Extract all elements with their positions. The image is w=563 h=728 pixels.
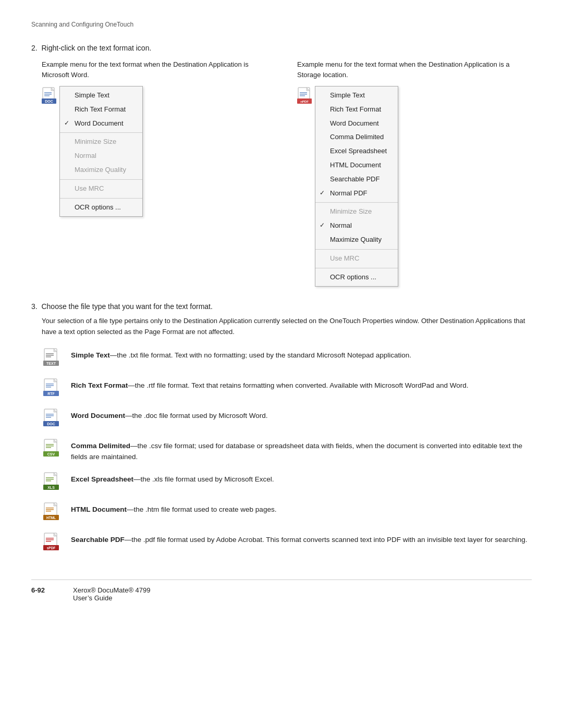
format-title-spdf: Searchable PDF (71, 536, 125, 544)
header-text: Scanning and Configuring OneTouch (31, 21, 133, 28)
svg-rect-39 (46, 447, 51, 448)
svg-rect-30 (46, 414, 54, 415)
menu-item-word-doc[interactable]: Word Document (60, 117, 142, 131)
svg-rect-58 (46, 538, 54, 539)
menu-item-normal[interactable]: Normal (60, 149, 142, 163)
format-item-doc: DOC Word Document—the .doc file format u… (42, 409, 532, 429)
menu-item-rich-text[interactable]: Rich Text Format (60, 103, 142, 117)
col1-desc: Example menu for the text format when th… (42, 59, 276, 80)
two-column-layout: Example menu for the text format when th… (42, 59, 532, 287)
page-header: Scanning and Configuring OneTouch (31, 21, 532, 28)
format-text-html: HTML Document—the .htm file format used … (71, 502, 276, 515)
format-title-simple: Simple Text (71, 351, 110, 359)
step2-section: 2. Right-click on the text format icon. … (31, 44, 532, 287)
svg-text:XLS: XLS (47, 486, 55, 489)
format-icon-wrap-doc: DOC (42, 409, 64, 429)
col2-menu-item-excel[interactable]: Excel Spreadsheet (315, 144, 398, 158)
spdf-file-icon: sPDF (43, 533, 62, 553)
col1-menu-container: DOC Simple Text Rich Text Format Word Do… (42, 86, 276, 217)
col2-doc-icon: nPDF (297, 87, 314, 107)
svg-text:CSV: CSV (47, 452, 55, 456)
svg-rect-10 (300, 94, 307, 95)
col2-menu-sep-1 (315, 202, 398, 203)
col2-menu-item-normal-pdf[interactable]: Normal PDF (315, 187, 398, 201)
col2-context-menu: Simple Text Rich Text Format Word Docume… (315, 86, 398, 287)
svg-rect-16 (46, 353, 54, 354)
svg-rect-2 (44, 92, 52, 93)
col2-menu-item-use-mrc[interactable]: Use MRC (315, 252, 398, 266)
svg-rect-17 (46, 355, 54, 356)
svg-rect-25 (46, 387, 51, 388)
step2-label: 2. Right-click on the text format icon. (31, 44, 532, 52)
col1-icon-area: DOC (42, 87, 58, 107)
svg-rect-18 (46, 356, 51, 357)
text-file-icon: TEXT (43, 348, 62, 369)
format-text-spdf: Searchable PDF—the .pdf file format used… (71, 533, 527, 546)
svg-rect-4 (44, 95, 50, 96)
format-title-xls: Excel Spreadsheet (71, 475, 133, 483)
col2-menu-container: nPDF Simple Text Rich Text Format Word D… (297, 86, 532, 287)
format-icon-wrap-html: HTML (42, 502, 64, 523)
svg-rect-52 (46, 509, 54, 510)
format-title-html: HTML Document (71, 505, 127, 513)
menu-sep-3 (60, 198, 142, 199)
col2-menu-item-word-doc[interactable]: Word Document (315, 117, 398, 131)
svg-rect-44 (46, 477, 54, 478)
svg-text:sPDF: sPDF (47, 546, 56, 550)
format-icon-wrap-csv: CSV (42, 439, 64, 460)
svg-text:nPDF: nPDF (300, 100, 309, 103)
menu-item-maximize[interactable]: Maximize Quality (60, 163, 142, 177)
step3-section: 3. Choose the file type that you want fo… (31, 302, 532, 553)
svg-rect-37 (46, 444, 54, 445)
format-title-csv: Comma Delimited (71, 442, 130, 450)
format-icon-wrap-text: TEXT (42, 348, 64, 369)
page-footer: 6-92 Xerox® DocuMate® 4799 User’s Guide (31, 579, 532, 602)
col2-menu-sep-3 (315, 268, 398, 268)
svg-rect-38 (46, 446, 54, 447)
col1-block: Example menu for the text format when th… (42, 59, 276, 287)
svg-rect-53 (46, 511, 51, 512)
svg-rect-31 (46, 415, 54, 416)
rtf-file-icon: RTF (43, 378, 62, 399)
step3-label: 3. Choose the file type that you want fo… (31, 302, 532, 311)
svg-rect-51 (46, 508, 54, 509)
format-text-doc: Word Document—the .doc file format used … (71, 409, 268, 422)
footer-page-number: 6-92 (31, 586, 63, 602)
menu-sep-2 (60, 179, 142, 180)
format-title-doc: Word Document (71, 412, 125, 419)
col2-menu-item-maximize[interactable]: Maximize Quality (315, 233, 398, 247)
svg-rect-11 (300, 95, 305, 96)
footer-product-info: Xerox® DocuMate® 4799 User’s Guide (73, 586, 151, 602)
col2-menu-item-normal[interactable]: Normal (315, 219, 398, 233)
col2-menu-item-minimize[interactable]: Minimize Size (315, 205, 398, 219)
svg-rect-32 (46, 417, 51, 418)
menu-item-simple-text[interactable]: Simple Text (60, 89, 142, 103)
xls-file-icon: XLS (43, 472, 62, 493)
col2-menu-item-searchable-pdf[interactable]: Searchable PDF (315, 172, 398, 187)
col2-menu-item-simple-text[interactable]: Simple Text (315, 89, 398, 103)
format-text-rtf: Rich Text Format—the .rtf file format. T… (71, 378, 469, 391)
col2-menu-item-comma[interactable]: Comma Delimited (315, 130, 398, 144)
footer-product: Xerox® DocuMate® 4799 (73, 586, 151, 594)
col1-doc-icon: DOC (42, 87, 58, 107)
svg-rect-46 (46, 480, 51, 482)
col2-menu-item-html[interactable]: HTML Document (315, 158, 398, 172)
csv-file-icon: CSV (43, 439, 62, 460)
format-title-rtf: Rich Text Format (71, 381, 128, 389)
format-text-xls: Excel Spreadsheet—the .xls file format u… (71, 472, 274, 485)
footer-guide: User’s Guide (73, 594, 112, 602)
col2-menu-item-ocr-options[interactable]: OCR options ... (315, 270, 398, 285)
format-icon-wrap-spdf: sPDF (42, 533, 64, 553)
format-list: TEXT Simple Text—the .txt file format. T… (42, 348, 532, 553)
format-text-csv: Comma Delimited—the .csv file format; us… (71, 439, 532, 463)
menu-item-minimize[interactable]: Minimize Size (60, 135, 142, 149)
menu-item-ocr-options[interactable]: OCR options ... (60, 201, 142, 215)
step3-desc: Your selection of a file type pertains o… (42, 316, 532, 338)
format-item-html: HTML HTML Document—the .htm file format … (42, 502, 532, 523)
col2-desc: Example menu for the text format when th… (297, 59, 532, 80)
menu-item-use-mrc[interactable]: Use MRC (60, 182, 142, 196)
format-item-spdf: sPDF Searchable PDF—the .pdf file format… (42, 533, 532, 553)
svg-text:RTF: RTF (47, 392, 55, 396)
svg-text:DOC: DOC (45, 100, 53, 103)
col2-menu-item-rich-text[interactable]: Rich Text Format (315, 103, 398, 117)
